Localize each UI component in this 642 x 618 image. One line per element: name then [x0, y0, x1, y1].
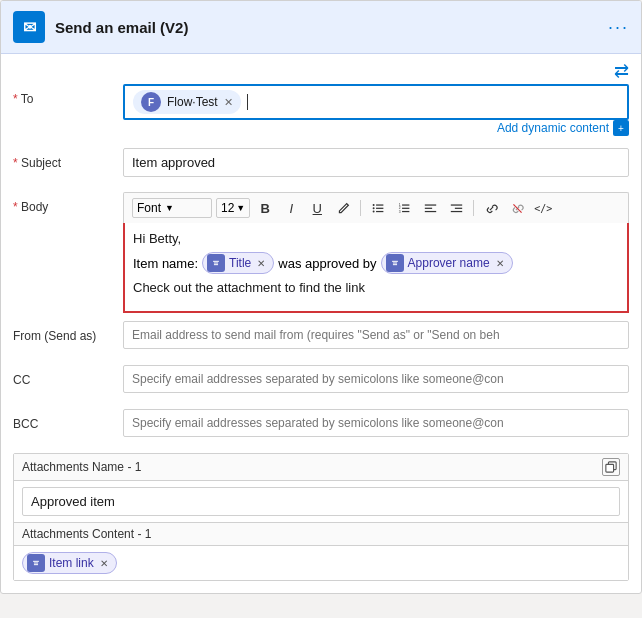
list-ul-button[interactable]: [367, 197, 389, 219]
approver-token-label: Approver name: [408, 256, 490, 270]
item-link-token: Item link ✕: [22, 552, 117, 574]
from-input[interactable]: [123, 321, 629, 349]
approver-token-icon: [386, 254, 404, 272]
form-body: * To F Flow·Test ✕ Add dynamic: [1, 84, 641, 593]
subject-row: * Subject: [13, 148, 629, 184]
cc-input[interactable]: [123, 365, 629, 393]
to-chip-avatar: F: [141, 92, 161, 112]
attachments-name-input[interactable]: [22, 487, 620, 516]
body-approved-by: was approved by: [278, 256, 376, 271]
title-token-icon: [207, 254, 225, 272]
svg-rect-15: [451, 204, 462, 205]
svg-rect-12: [425, 204, 436, 205]
align-right-button[interactable]: [445, 197, 467, 219]
attachments-content-value-row: Item link ✕: [14, 546, 628, 580]
header-left: ✉ Send an email (V2): [13, 11, 188, 43]
from-row: From (Send as): [13, 321, 629, 357]
body-toolbar: Font ▼ 12 ▼ B I U: [123, 192, 629, 223]
swap-icon-row: ⇄: [1, 54, 641, 84]
attachments-content-label: Attachments Content - 1: [22, 527, 151, 541]
swap-icon[interactable]: ⇄: [614, 60, 629, 82]
cc-field: [123, 365, 629, 393]
bold-button[interactable]: B: [254, 197, 276, 219]
toolbar-divider-1: [360, 200, 361, 216]
card-header: ✉ Send an email (V2) ···: [1, 1, 641, 54]
cursor: [247, 94, 248, 110]
font-select[interactable]: Font ▼: [132, 198, 212, 218]
attachments-content-header: Attachments Content - 1: [14, 523, 628, 546]
to-label: * To: [13, 84, 123, 106]
required-star-to: *: [13, 92, 18, 106]
send-email-card: ✉ Send an email (V2) ··· ⇄ * To F Fl: [0, 0, 642, 594]
code-button[interactable]: </>: [532, 197, 554, 219]
body-greeting: Hi Betty,: [133, 231, 619, 246]
italic-button[interactable]: I: [280, 197, 302, 219]
approver-token-remove[interactable]: ✕: [496, 258, 504, 269]
attachments-name-label: Attachments Name - 1: [22, 460, 141, 474]
item-link-token-label: Item link: [49, 556, 94, 570]
subject-input[interactable]: [123, 148, 629, 177]
title-token: Title ✕: [202, 252, 274, 274]
body-field: Font ▼ 12 ▼ B I U: [123, 192, 629, 313]
svg-rect-13: [425, 207, 432, 208]
to-chip-label: Flow·Test: [167, 95, 218, 109]
dynamic-content-icon: +: [613, 120, 629, 136]
font-size-select[interactable]: 12 ▼: [216, 198, 250, 218]
to-input-field[interactable]: F Flow·Test ✕: [123, 84, 629, 120]
add-dynamic-content-button[interactable]: Add dynamic content +: [497, 120, 629, 136]
dynamic-content-link-to: Add dynamic content +: [123, 120, 629, 136]
svg-rect-16: [455, 207, 462, 208]
size-dropdown-icon: ▼: [236, 203, 245, 213]
svg-rect-8: [402, 210, 409, 211]
card-title: Send an email (V2): [55, 19, 188, 36]
svg-rect-22: [606, 464, 614, 472]
list-ol-button[interactable]: 123: [393, 197, 415, 219]
svg-point-5: [372, 210, 374, 212]
to-field-wrapper: F Flow·Test ✕ Add dynamic content +: [123, 84, 629, 140]
subject-label: * Subject: [13, 148, 123, 170]
svg-rect-7: [402, 207, 409, 208]
body-row: * Body Font ▼ 12 ▼ B: [13, 192, 629, 313]
cc-label: CC: [13, 365, 123, 387]
approver-token: Approver name ✕: [381, 252, 513, 274]
attachments-name-value-row: [14, 481, 628, 523]
toolbar-divider-2: [473, 200, 474, 216]
more-options-button[interactable]: ···: [608, 17, 629, 38]
title-token-remove[interactable]: ✕: [257, 258, 265, 269]
svg-rect-17: [451, 210, 462, 211]
bcc-field: [123, 409, 629, 437]
body-item-name-prefix: Item name:: [133, 256, 198, 271]
to-row: * To F Flow·Test ✕ Add dynamic: [13, 84, 629, 140]
bcc-row: BCC: [13, 409, 629, 445]
align-left-button[interactable]: [419, 197, 441, 219]
subject-field: [123, 148, 629, 177]
copy-icon[interactable]: [602, 458, 620, 476]
svg-point-3: [372, 204, 374, 206]
from-field: [123, 321, 629, 349]
svg-rect-14: [425, 210, 436, 211]
required-star-body: *: [13, 200, 18, 214]
to-chip-remove[interactable]: ✕: [224, 96, 233, 109]
unlink-button[interactable]: [506, 197, 528, 219]
title-token-label: Title: [229, 256, 251, 270]
from-label: From (Send as): [13, 321, 123, 343]
to-chip: F Flow·Test ✕: [133, 90, 241, 114]
cc-row: CC: [13, 365, 629, 401]
link-button[interactable]: [480, 197, 502, 219]
app-icon: ✉: [13, 11, 45, 43]
svg-point-4: [372, 207, 374, 209]
dynamic-content-label: Add dynamic content: [497, 121, 609, 135]
item-link-token-remove[interactable]: ✕: [100, 558, 108, 569]
svg-text:3: 3: [399, 209, 401, 213]
body-item-name-line: Item name: Title ✕ was approved: [133, 252, 619, 274]
underline-button[interactable]: U: [306, 197, 328, 219]
body-editor[interactable]: Hi Betty, Item name: Title ✕: [123, 223, 629, 313]
svg-rect-1: [376, 207, 383, 208]
svg-rect-0: [376, 204, 383, 205]
pen-button[interactable]: [332, 197, 354, 219]
svg-rect-6: [402, 204, 409, 205]
body-check-line: Check out the attachment to find the lin…: [133, 280, 619, 295]
bcc-label: BCC: [13, 409, 123, 431]
body-label: * Body: [13, 192, 123, 214]
bcc-input[interactable]: [123, 409, 629, 437]
